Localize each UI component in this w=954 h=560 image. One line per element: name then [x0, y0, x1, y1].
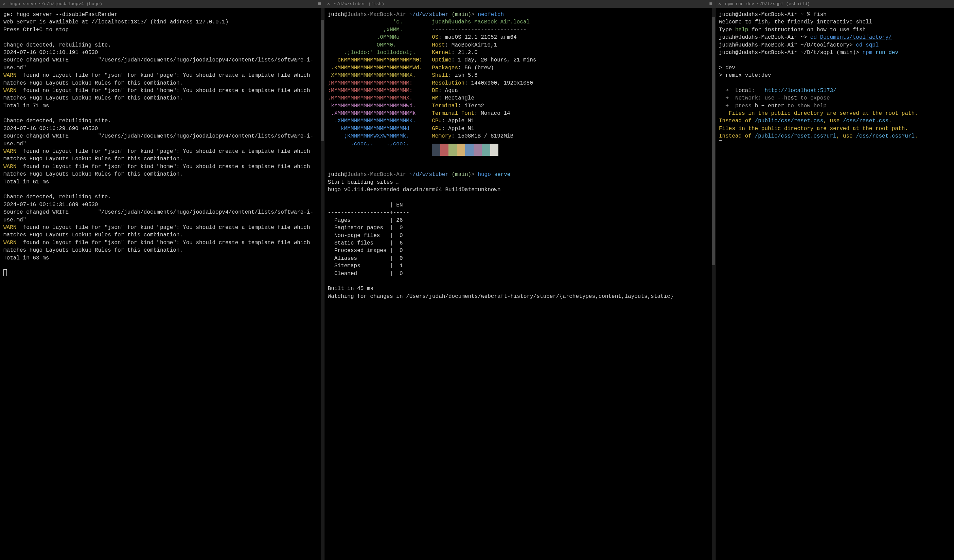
color-swatches [432, 144, 499, 156]
scrollbar-left[interactable] [321, 8, 324, 560]
close-icon[interactable]: × [327, 2, 331, 6]
neofetch-logo: 'c. ,xNMM. .OMMMMo OMMM0, .;loddo:' lool… [328, 18, 422, 148]
pane-hugo-serve: × hugo serve ~/d/h/joodaloopv4 (hugo) ≡ … [0, 0, 324, 560]
menu-icon[interactable]: ≡ [709, 2, 712, 6]
terminal-left[interactable]: ge: hugo server --disableFastRender Web … [0, 8, 324, 560]
cursor [3, 269, 7, 276]
cursor [719, 140, 722, 147]
tab-bar-left[interactable]: × hugo serve ~/d/h/joodaloopv4 (hugo) ≡ [0, 0, 324, 8]
close-icon[interactable]: × [718, 2, 722, 6]
tab-title: hugo serve ~/d/h/joodaloopv4 (hugo) [9, 2, 102, 6]
menu-icon[interactable]: ≡ [318, 2, 321, 6]
scrollbar-mid[interactable] [712, 8, 715, 560]
tab-title: npm run dev ~/D/t/sqpl (esbuild) [725, 2, 810, 6]
tab-bar-right[interactable]: × npm run dev ~/D/t/sqpl (esbuild) [716, 0, 954, 8]
terminal-mid[interactable]: judah@Judahs-MacBook-Air ~/d/w/stuber (m… [324, 8, 715, 560]
neofetch-info: judah@Judahs-MacBook-Air.local ---------… [432, 18, 536, 156]
close-icon[interactable]: × [3, 2, 7, 6]
pane-sqpl: × npm run dev ~/D/t/sqpl (esbuild) judah… [716, 0, 954, 560]
pane-stuber: × ~/d/w/stuber (fish) ≡ judah@Judahs-Mac… [324, 0, 716, 560]
terminal-right[interactable]: judah@Judahs-MacBook-Air ~ % fishWelcome… [716, 8, 954, 560]
terminal-workspace: × hugo serve ~/d/h/joodaloopv4 (hugo) ≡ … [0, 0, 954, 560]
tab-title: ~/d/w/stuber (fish) [334, 2, 384, 6]
tab-bar-mid[interactable]: × ~/d/w/stuber (fish) ≡ [324, 0, 715, 8]
